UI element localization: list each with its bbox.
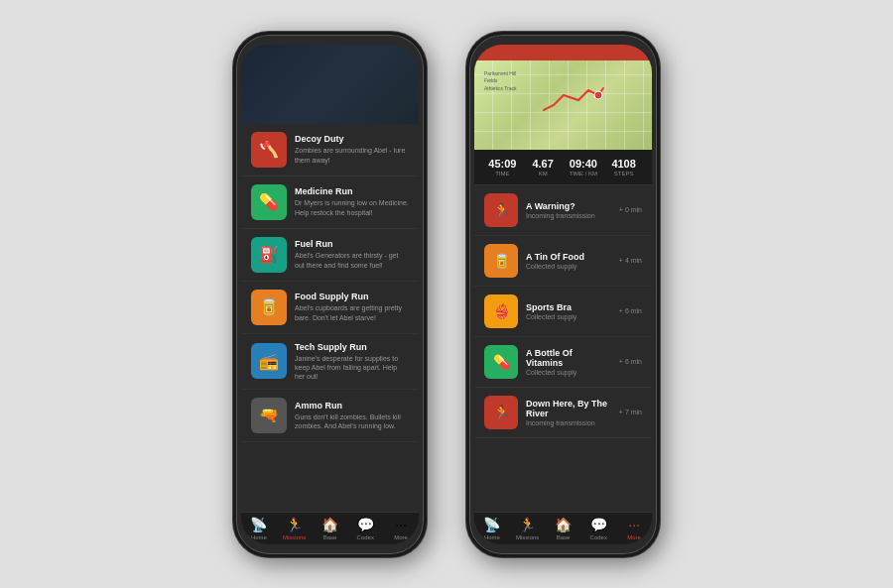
stat-label: TIME	[495, 171, 509, 176]
left-nav-base[interactable]: 🏠 Base	[313, 517, 348, 540]
stat-value: 4108	[611, 158, 635, 170]
left-nav-codex[interactable]: 💬 Codex	[347, 517, 383, 540]
right-nav-missions[interactable]: 🏃 Missions	[510, 517, 546, 540]
nav-label-codex: Codex	[357, 534, 374, 540]
nav-label-missions: Missions	[283, 534, 306, 540]
mission-desc-food: Abel's cupboards are getting pretty bare…	[295, 303, 409, 321]
right-nav-icon-more: ···	[628, 517, 640, 532]
mission-item-fuel[interactable]: ⛽ Fuel Run Abel's Generators are thirsty…	[241, 229, 419, 282]
log-sub-warning: Incoming transmission	[526, 212, 611, 219]
mission-icon-fuel: ⛽	[251, 237, 287, 273]
stat-time-/-km: 09:40 TIME / KM	[564, 158, 604, 176]
stat-steps: 4108 STEPS	[603, 158, 644, 176]
mission-name-fuel: Fuel Run	[295, 239, 409, 249]
scene: 🪓 Decoy Duty Zombies are surrounding Abe…	[0, 0, 893, 588]
right-nav-more[interactable]: ··· More	[616, 517, 652, 540]
log-name-tin: A Tin Of Food	[526, 252, 611, 262]
runlog-header	[474, 45, 652, 60]
left-nav-more[interactable]: ··· More	[383, 517, 419, 540]
right-nav-label-more: More	[627, 534, 641, 540]
map-labels: Parliament Hill Fields Athletics Track	[484, 70, 517, 93]
log-name-warning: A Warning?	[526, 201, 611, 211]
mission-name-decoy: Decoy Duty	[295, 134, 409, 144]
right-nav-label-missions: Missions	[516, 534, 539, 540]
stat-value: 4.67	[532, 158, 553, 170]
left-phone: 🪓 Decoy Duty Zombies are surrounding Abe…	[233, 32, 427, 557]
left-bottom-nav: 📡 Home 🏃 Missions 🏠 Base 💬 Codex ··· Mor…	[241, 512, 419, 544]
mission-desc-tech: Janine's desperate for supplies to keep …	[295, 354, 409, 381]
right-nav-label-codex: Codex	[590, 534, 607, 540]
right-phone: Parliament Hill Fields Athletics Track 4…	[466, 32, 660, 557]
mission-item-decoy[interactable]: 🪓 Decoy Duty Zombies are surrounding Abe…	[241, 124, 419, 176]
mission-name-tech: Tech Supply Run	[295, 342, 409, 352]
log-sub-bra: Collected supply	[526, 313, 611, 320]
stats-bar: 45:09 TIME 4.67 KM 09:40 TIME / KM 4108 …	[474, 150, 652, 185]
nav-label-home: Home	[251, 534, 267, 540]
log-icon-vitamins: 💊	[484, 345, 518, 379]
mission-icon-medicine: 💊	[251, 184, 287, 220]
log-name-vitamins: A Bottle Of Vitamins	[526, 348, 611, 368]
log-sub-river: Incoming transmission	[526, 419, 611, 426]
stat-label: TIME / KM	[570, 171, 597, 176]
log-icon-river: 🏃	[484, 396, 518, 429]
stat-value: 09:40	[570, 158, 597, 170]
log-item-vitamins[interactable]: 💊 A Bottle Of Vitamins Collected supply …	[474, 337, 652, 388]
mission-item-medicine[interactable]: 💊 Medicine Run Dr Myers is running low o…	[241, 176, 419, 229]
right-nav-codex[interactable]: 💬 Codex	[580, 517, 616, 540]
nav-icon-codex: 💬	[357, 517, 374, 532]
log-item-warning[interactable]: 🏃 A Warning? Incoming transmission + 0 m…	[474, 185, 652, 236]
nav-icon-base: 🏠	[321, 517, 338, 532]
mission-name-food: Food Supply Run	[295, 292, 409, 301]
log-sub-vitamins: Collected supply	[526, 369, 611, 376]
right-nav-label-home: Home	[484, 534, 500, 540]
log-icon-tin: 🥫	[484, 244, 518, 278]
right-nav-home[interactable]: 📡 Home	[474, 517, 510, 540]
mission-icon-decoy: 🪓	[251, 132, 287, 168]
mission-item-tech[interactable]: 📻 Tech Supply Run Janine's desperate for…	[241, 334, 419, 390]
nav-label-base: Base	[323, 534, 337, 540]
log-name-river: Down Here, By The River	[526, 399, 611, 418]
stat-label: KM	[539, 171, 548, 176]
supply-screen: 🪓 Decoy Duty Zombies are surrounding Abe…	[241, 45, 419, 544]
left-nav-home[interactable]: 📡 Home	[241, 517, 277, 540]
stat-value: 45:09	[488, 158, 516, 170]
log-item-bra[interactable]: 👙 Sports Bra Collected supply + 6 min	[474, 287, 652, 337]
mission-icon-food: 🥫	[251, 290, 287, 325]
left-nav-missions[interactable]: 🏃 Missions	[277, 517, 313, 540]
nav-label-more: More	[394, 534, 408, 540]
svg-point-0	[594, 91, 602, 99]
mission-desc-medicine: Dr Myers is running low on Medicine. Hel…	[295, 198, 409, 216]
stat-time: 45:09 TIME	[482, 158, 523, 176]
mission-desc-decoy: Zombies are surrounding Abel - lure them…	[295, 146, 409, 164]
map-area: Parliament Hill Fields Athletics Track	[474, 60, 652, 150]
log-name-bra: Sports Bra	[526, 302, 611, 312]
right-bottom-nav: 📡 Home 🏃 Missions 🏠 Base 💬 Codex ··· Mor…	[474, 512, 652, 544]
log-time-tin: + 4 min	[619, 257, 642, 264]
mission-desc-ammo: Guns don't kill zombies. Bullets kill zo…	[295, 412, 409, 430]
log-time-warning: + 0 min	[619, 206, 642, 213]
mission-desc-fuel: Abel's Generators are thirsty - get out …	[295, 251, 409, 269]
mission-name-medicine: Medicine Run	[295, 186, 409, 196]
log-time-vitamins: + 6 min	[619, 358, 642, 365]
mission-icon-ammo: 🔫	[251, 398, 287, 433]
right-nav-icon-missions: 🏃	[519, 517, 536, 532]
nav-icon-missions: 🏃	[286, 517, 303, 532]
mission-list: 🪓 Decoy Duty Zombies are surrounding Abe…	[241, 124, 419, 512]
stat-label: STEPS	[614, 171, 634, 176]
mission-item-food[interactable]: 🥫 Food Supply Run Abel's cupboards are g…	[241, 282, 419, 334]
right-nav-icon-home: 📡	[483, 517, 500, 532]
mission-name-ammo: Ammo Run	[295, 401, 409, 411]
log-time-bra: + 6 min	[619, 307, 642, 314]
log-item-tin[interactable]: 🥫 A Tin Of Food Collected supply + 4 min	[474, 236, 652, 287]
nav-icon-home: 📡	[250, 517, 267, 532]
right-nav-base[interactable]: 🏠 Base	[546, 517, 581, 540]
right-nav-label-base: Base	[557, 534, 571, 540]
stat-km: 4.67 KM	[523, 158, 564, 176]
log-sub-tin: Collected supply	[526, 263, 611, 270]
nav-icon-more: ···	[395, 517, 407, 532]
right-nav-icon-base: 🏠	[555, 517, 572, 532]
supply-header	[241, 45, 419, 124]
mission-item-ammo[interactable]: 🔫 Ammo Run Guns don't kill zombies. Bull…	[241, 390, 419, 442]
log-item-river[interactable]: 🏃 Down Here, By The River Incoming trans…	[474, 388, 652, 438]
map-route	[534, 80, 613, 120]
